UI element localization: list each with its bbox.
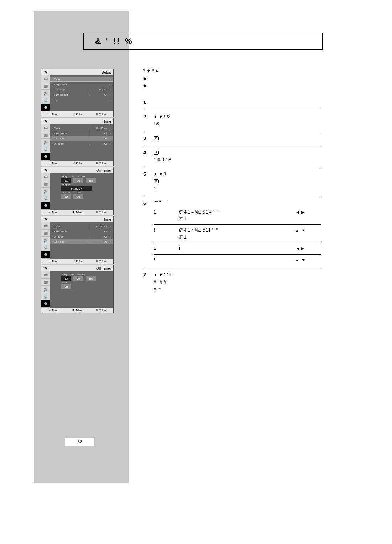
lead-line: * + * # (143, 67, 321, 74)
lead-paragraph: * + * # ◆ ◆ (143, 67, 321, 88)
category-icon[interactable]: ▭ (41, 124, 50, 131)
menu-row[interactable]: Sleep Timer:Off▸ (50, 229, 113, 234)
step-text: ▲ ▼ : : 1# ' # ## "" (154, 271, 321, 293)
category-icon[interactable]: ▥ (41, 279, 50, 286)
category-icon[interactable]: 📡 (41, 195, 50, 202)
menu-row[interactable]: On Timer:Off▸ (50, 234, 113, 239)
category-icon[interactable]: 🔊 (41, 286, 50, 293)
category-icons: ▭▥🔊📡⚙ (41, 173, 50, 210)
footer-hint: ⇳Adjust (65, 309, 89, 312)
page-number: 32 (65, 438, 94, 446)
panel-footer: ⇳Move↵Enter≡Return (41, 259, 113, 264)
timer-cell[interactable]: am (86, 178, 96, 183)
timer-cell[interactable]: 12 (61, 276, 71, 281)
footer-hint: ⇳Move (41, 260, 65, 263)
category-icon[interactable]: ▭ (41, 75, 50, 82)
section-title: & ' !! % (95, 37, 134, 46)
footer-hint: ⇳Adjust (65, 211, 89, 214)
timer-cell[interactable]: 10 (61, 194, 71, 199)
step-number: 6 (143, 199, 154, 264)
step: 1 (143, 96, 321, 110)
tv-label: TV (41, 119, 48, 123)
menu-row[interactable]: Sleep Timer:Off▸ (50, 131, 113, 136)
category-icon[interactable]: ▭ (41, 271, 50, 279)
menu-row[interactable]: Blue Screen:On▸ (50, 92, 113, 97)
category-icon[interactable]: ▥ (41, 230, 50, 237)
timer-cell[interactable]: Off (61, 284, 71, 289)
step-number: 2 (143, 113, 154, 127)
timer-cell[interactable]: Off (73, 178, 83, 183)
category-icon[interactable]: ▥ (41, 131, 50, 139)
footer-hint: ↵Enter (65, 260, 89, 263)
step: 7▲ ▼ : : 1# ' # ## "" (143, 268, 321, 296)
step-number: 4 (143, 149, 154, 163)
timer-cell[interactable]: 12 (61, 178, 71, 183)
category-icon[interactable]: 🔊 (41, 139, 50, 146)
tv-label: TV (41, 218, 48, 222)
menu-row[interactable]: Clock:12 : 00 am▸ (50, 126, 113, 131)
timer-cell[interactable]: 00 (73, 276, 83, 281)
panel-title: Time (48, 218, 113, 222)
category-icon[interactable]: 🔊 (41, 237, 50, 244)
category-icon[interactable]: ⚙ (41, 153, 50, 161)
category-icon[interactable]: 🔊 (41, 188, 50, 195)
tv-menu-panel: TVOff Timer▭▥🔊📡⚙Hourminam/pm1200amSetOff… (41, 265, 114, 313)
diamond-icon: ◆ (143, 83, 147, 88)
step: 6"''' '' '18" 4 1 4 %1 &1 4 " ' "3" 1◀ ▶… (143, 196, 321, 268)
footer-hint: ⇳Move (41, 113, 65, 116)
tv-label: TV (41, 169, 48, 172)
tv-menu-panel: TVOn Timer▭▥🔊📡⚙Hourminam/pm12OffamProg. … (41, 167, 114, 215)
menu-row[interactable]: Language:English▸ (50, 87, 113, 92)
panel-title: On Timer (48, 169, 113, 172)
category-icon[interactable]: 🔊 (41, 90, 50, 97)
category-icon[interactable]: 📡 (41, 244, 50, 251)
step-text: ▲ ▼ ! & ! & (154, 113, 321, 127)
footer-hint: ≡Return (89, 211, 113, 214)
step: 3↵ (143, 131, 321, 146)
panel-title: Off Timer (48, 267, 113, 271)
footer-hint: ≡Return (89, 309, 113, 312)
category-icon[interactable]: ▭ (41, 173, 50, 180)
panel-title: Time (48, 119, 113, 123)
category-icon[interactable]: 📡 (41, 146, 50, 153)
menu-row[interactable]: Off Timer:Off▸ (50, 141, 113, 146)
menu-row[interactable]: Clock:12 : 00 am▸ (50, 224, 113, 229)
category-icon[interactable]: ▥ (41, 180, 50, 188)
panel-title: Setup (48, 70, 113, 74)
panel-footer: ⬌Move⇳Adjust≡Return (41, 210, 113, 215)
footer-hint: ↵Enter (65, 113, 89, 116)
category-icon[interactable]: 📡 (41, 293, 50, 300)
menu-row[interactable]: Plug & Play▸ (50, 82, 113, 87)
category-icon[interactable]: ⚙ (41, 300, 50, 308)
instruction-body: * + * # ◆ ◆ 1 2▲ ▼ ! & ! &3↵4↵ 1 # 0 " B… (143, 67, 321, 297)
menu-row[interactable]: Time▸ (50, 77, 113, 82)
category-icon[interactable]: ⚙ (41, 251, 50, 259)
footer-hint: ↵Enter (65, 162, 89, 165)
step-text: ▲ ▼ 1↵ 1 (154, 170, 321, 192)
footer-hint: ⬌Move (41, 309, 65, 312)
timer-cell[interactable]: am (86, 276, 96, 281)
timer-cell[interactable]: Off (73, 194, 83, 199)
category-icons: ▭▥🔊📡⚙ (41, 271, 50, 308)
panel-footer: ⬌Move⇳Adjust≡Return (41, 308, 113, 313)
step: 5▲ ▼ 1↵ 1 (143, 167, 321, 196)
footer-hint: ⬌Move (41, 211, 65, 214)
prog-cell[interactable]: P 1 B2CH (61, 186, 92, 191)
category-icon[interactable]: ⚙ (41, 202, 50, 210)
category-icon[interactable]: ⚙ (41, 104, 50, 111)
menu-row[interactable]: On Timer:Off▸ (50, 136, 113, 141)
footer-hint: ≡Return (89, 113, 113, 116)
section-title-box: & ' !! % (83, 33, 323, 50)
category-icon[interactable]: 📡 (41, 97, 50, 104)
menu-row[interactable]: PC▸ (50, 97, 113, 102)
category-icons: ▭▥🔊📡⚙ (41, 124, 50, 161)
tv-menu-panel: TVSetup▭▥🔊📡⚙Time▸Plug & Play▸Language:En… (41, 69, 114, 117)
step: 2▲ ▼ ! & ! & (143, 110, 321, 131)
step-number: 7 (143, 271, 154, 293)
step-text: ↵ (154, 134, 321, 142)
category-icon[interactable]: ▭ (41, 222, 50, 230)
step-text: "''' '' '18" 4 1 4 %1 &1 4 " ' "3" 1◀ ▶!… (154, 199, 321, 264)
tv-label: TV (41, 267, 48, 271)
menu-row[interactable]: Off Timer:Off▸ (50, 239, 113, 244)
category-icon[interactable]: ▥ (41, 82, 50, 90)
